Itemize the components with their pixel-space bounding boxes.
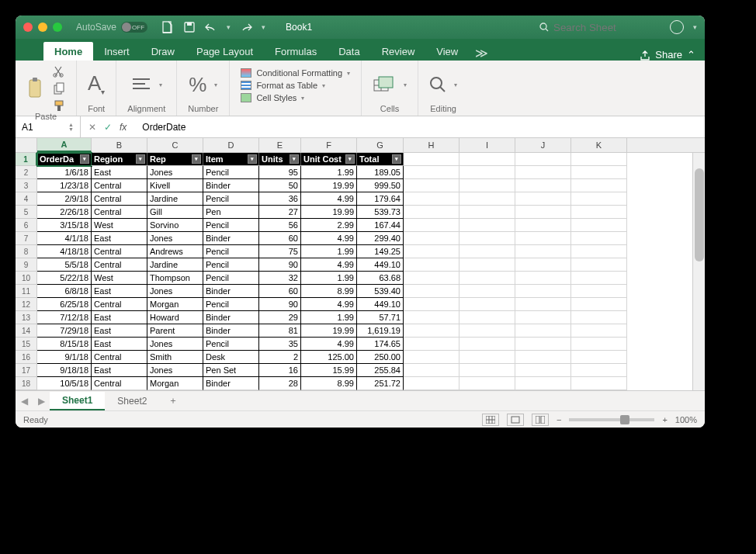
- empty-cell[interactable]: [459, 285, 515, 298]
- editing-icon[interactable]: [429, 76, 446, 93]
- table-cell[interactable]: Binder: [203, 324, 259, 338]
- row-header[interactable]: 5: [16, 206, 37, 219]
- empty-cell[interactable]: [571, 232, 627, 245]
- row-header[interactable]: 15: [16, 338, 37, 351]
- tab-formulas[interactable]: Formulas: [264, 42, 328, 61]
- table-cell[interactable]: 2.99: [301, 219, 357, 232]
- empty-cell[interactable]: [459, 219, 515, 232]
- row-header[interactable]: 12: [16, 298, 37, 311]
- table-cell[interactable]: Sorvino: [147, 219, 203, 232]
- column-header[interactable]: C: [147, 138, 203, 152]
- row-header[interactable]: 16: [16, 351, 37, 364]
- table-cell[interactable]: 50: [259, 179, 301, 192]
- empty-cell[interactable]: [404, 206, 459, 219]
- filter-dropdown-icon[interactable]: ▾: [248, 154, 257, 164]
- table-cell[interactable]: 1/6/18: [37, 166, 92, 179]
- table-cell[interactable]: 2/26/18: [37, 206, 92, 219]
- table-cell[interactable]: 28: [259, 377, 301, 390]
- table-cell[interactable]: Pencil: [203, 166, 259, 179]
- more-tabs-icon[interactable]: ≫: [469, 46, 494, 61]
- table-cell[interactable]: Pencil: [203, 219, 259, 232]
- table-cell[interactable]: Central: [92, 351, 147, 364]
- table-cell[interactable]: East: [92, 166, 147, 179]
- table-cell[interactable]: Morgan: [147, 298, 203, 311]
- table-cell[interactable]: 57.71: [357, 311, 404, 324]
- table-cell[interactable]: Central: [92, 245, 147, 258]
- tab-data[interactable]: Data: [328, 42, 370, 61]
- table-cell[interactable]: 6/25/18: [37, 298, 92, 311]
- table-cell[interactable]: 19.99: [301, 179, 357, 192]
- table-cell[interactable]: Central: [92, 179, 147, 192]
- table-cell[interactable]: 63.68: [357, 272, 404, 285]
- empty-cell[interactable]: [515, 351, 571, 364]
- table-cell[interactable]: 1.99: [301, 245, 357, 258]
- table-cell[interactable]: Central: [92, 298, 147, 311]
- table-cell[interactable]: Andrews: [147, 245, 203, 258]
- table-cell[interactable]: 5/5/18: [37, 258, 92, 272]
- table-cell[interactable]: 999.50: [357, 179, 404, 192]
- row-header[interactable]: 17: [16, 364, 37, 377]
- empty-cell[interactable]: [404, 338, 459, 351]
- row-header[interactable]: 14: [16, 324, 37, 338]
- empty-cell[interactable]: [459, 338, 515, 351]
- table-cell[interactable]: 1/23/18: [37, 179, 92, 192]
- empty-cell[interactable]: [515, 166, 571, 179]
- zoom-in-button[interactable]: +: [662, 415, 667, 424]
- empty-cell[interactable]: [459, 311, 515, 324]
- close-window-button[interactable]: [23, 23, 33, 32]
- empty-cell[interactable]: [515, 311, 571, 324]
- table-cell[interactable]: 19.99: [301, 324, 357, 338]
- table-cell[interactable]: 7/29/18: [37, 324, 92, 338]
- empty-cell[interactable]: [404, 324, 459, 338]
- table-cell[interactable]: 1.99: [301, 311, 357, 324]
- empty-cell[interactable]: [404, 166, 459, 179]
- table-cell[interactable]: East: [92, 232, 147, 245]
- empty-cell[interactable]: [404, 192, 459, 206]
- column-header[interactable]: F: [301, 138, 357, 152]
- table-cell[interactable]: Pen Set: [203, 364, 259, 377]
- empty-cell[interactable]: [404, 285, 459, 298]
- table-cell[interactable]: 189.05: [357, 166, 404, 179]
- table-cell[interactable]: 251.72: [357, 377, 404, 390]
- table-cell[interactable]: Jones: [147, 166, 203, 179]
- table-cell[interactable]: Parent: [147, 324, 203, 338]
- sheet-nav-prev-icon[interactable]: ◀: [16, 396, 33, 407]
- empty-cell[interactable]: [515, 232, 571, 245]
- table-header-cell[interactable]: Unit Cost▾: [301, 153, 357, 166]
- empty-cell[interactable]: [515, 192, 571, 206]
- empty-cell[interactable]: [459, 351, 515, 364]
- table-cell[interactable]: 299.40: [357, 232, 404, 245]
- table-cell[interactable]: Howard: [147, 311, 203, 324]
- table-cell[interactable]: 60: [259, 285, 301, 298]
- format-as-table-button[interactable]: Format as Table▾: [241, 81, 350, 90]
- table-cell[interactable]: Morgan: [147, 377, 203, 390]
- empty-cell[interactable]: [404, 311, 459, 324]
- table-cell[interactable]: 8.99: [301, 285, 357, 298]
- table-cell[interactable]: 449.10: [357, 298, 404, 311]
- empty-cell[interactable]: [571, 338, 627, 351]
- filter-dropdown-icon[interactable]: ▾: [192, 154, 201, 164]
- row-header[interactable]: 9: [16, 258, 37, 272]
- table-cell[interactable]: 174.65: [357, 338, 404, 351]
- table-cell[interactable]: 179.64: [357, 192, 404, 206]
- row-header[interactable]: 3: [16, 179, 37, 192]
- column-header[interactable]: H: [404, 138, 459, 152]
- table-cell[interactable]: Desk: [203, 351, 259, 364]
- row-header[interactable]: 1: [16, 153, 37, 166]
- zoom-out-button[interactable]: −: [557, 415, 561, 424]
- table-cell[interactable]: 4.99: [301, 232, 357, 245]
- row-header[interactable]: 4: [16, 192, 37, 206]
- table-cell[interactable]: 36: [259, 192, 301, 206]
- table-cell[interactable]: 149.25: [357, 245, 404, 258]
- empty-cell[interactable]: [571, 258, 627, 272]
- table-cell[interactable]: 4.99: [301, 258, 357, 272]
- column-header[interactable]: I: [459, 138, 515, 152]
- conditional-formatting-button[interactable]: Conditional Formatting▾: [241, 68, 350, 78]
- table-cell[interactable]: East: [92, 338, 147, 351]
- row-header[interactable]: 10: [16, 272, 37, 285]
- table-cell[interactable]: Binder: [203, 179, 259, 192]
- table-cell[interactable]: 27: [259, 206, 301, 219]
- empty-cell[interactable]: [571, 285, 627, 298]
- tab-review[interactable]: Review: [371, 42, 426, 61]
- column-header[interactable]: E: [259, 138, 301, 152]
